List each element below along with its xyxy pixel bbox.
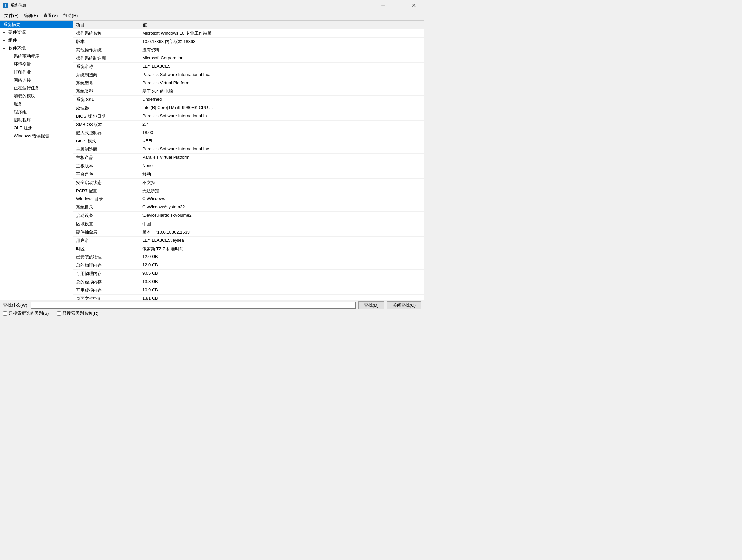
- window-title: 系统信息: [10, 3, 376, 8]
- cell-val-27: 12.0 GB: [140, 253, 424, 262]
- sidebar-label-2: 组件: [8, 38, 17, 43]
- checkbox-name-label: 只搜索类别名称(R): [62, 311, 99, 317]
- menu-item-帮助H[interactable]: 帮助(H): [60, 12, 80, 19]
- table-row[interactable]: 可用虚拟内存10.9 GB: [73, 286, 424, 294]
- table-row[interactable]: BIOS 模式UEFI: [73, 137, 424, 146]
- sidebar: 系统摘要+硬件资源+组件−软件环境系统驱动程序环境变量打印作业网络连接正在运行任…: [0, 20, 73, 299]
- table-row[interactable]: 主板版本None: [73, 162, 424, 170]
- sidebar-item-12[interactable]: 启动程序: [0, 116, 73, 124]
- content-pane: 项目 值 操作系统名称Microsoft Windows 10 专业工作站版版本…: [73, 20, 424, 299]
- table-row[interactable]: 页面文件空间1.81 GB: [73, 294, 424, 300]
- table-row[interactable]: 时区俄罗斯 TZ 7 标准时间: [73, 245, 424, 253]
- cell-val-9: Intel(R) Core(TM) i9-9980HK CPU ...: [140, 104, 424, 112]
- table-row[interactable]: 用户名LEYILEA3CE5\leyilea: [73, 237, 424, 245]
- search-input[interactable]: [31, 301, 356, 309]
- table-row[interactable]: 处理器Intel(R) Core(TM) i9-9980HK CPU ...: [73, 104, 424, 112]
- table-row[interactable]: 启动设备\Device\HarddiskVolume2: [73, 212, 424, 220]
- sidebar-item-0[interactable]: 系统摘要: [0, 20, 73, 29]
- table-row[interactable]: 系统名称LEYILEA3CE5: [73, 63, 424, 71]
- table-row[interactable]: 其他操作系统...没有资料: [73, 46, 424, 54]
- sidebar-item-6[interactable]: 打印作业: [0, 68, 73, 76]
- table-row[interactable]: SMBIOS 版本2.7: [73, 121, 424, 129]
- cell-key-31: 可用虚拟内存: [73, 286, 140, 294]
- table-row[interactable]: 系统类型基于 x64 的电脑: [73, 88, 424, 96]
- info-table: 项目 值 操作系统名称Microsoft Windows 10 专业工作站版版本…: [73, 20, 424, 299]
- table-row[interactable]: 操作系统名称Microsoft Windows 10 专业工作站版: [73, 30, 424, 38]
- table-row[interactable]: 系统制造商Parallels Software International In…: [73, 71, 424, 79]
- cell-key-12: 嵌入式控制器...: [73, 129, 140, 137]
- sidebar-item-2[interactable]: +组件: [0, 37, 73, 44]
- table-row[interactable]: 主板制造商Parallels Software International In…: [73, 146, 424, 154]
- sidebar-label-11: 程序组: [14, 109, 26, 115]
- table-row[interactable]: BIOS 版本/日期Parallels Software Internation…: [73, 112, 424, 121]
- sidebar-label-4: 系统驱动程序: [14, 53, 40, 59]
- table-row[interactable]: 区域设置中国: [73, 220, 424, 228]
- cell-val-4: LEYILEA3CE5: [140, 63, 424, 71]
- checkbox-item-name[interactable]: 只搜索类别名称(R): [57, 311, 99, 317]
- sidebar-item-4[interactable]: 系统驱动程序: [0, 52, 73, 60]
- sidebar-label-12: 启动程序: [14, 117, 31, 123]
- table-row[interactable]: Windows 目录C:\Windows: [73, 195, 424, 204]
- sidebar-item-10[interactable]: 服务: [0, 100, 73, 108]
- cell-val-29: 9.05 GB: [140, 270, 424, 278]
- cell-val-2: 没有资料: [140, 46, 424, 54]
- sidebar-item-9[interactable]: 加载的模块: [0, 92, 73, 100]
- table-row[interactable]: 操作系统制造商Microsoft Corporation: [73, 54, 424, 63]
- cell-key-21: 系统目录: [73, 204, 140, 212]
- expand-icon-2: +: [3, 39, 7, 42]
- cell-key-3: 操作系统制造商: [73, 54, 140, 63]
- cell-val-0: Microsoft Windows 10 专业工作站版: [140, 30, 424, 38]
- table-row[interactable]: 系统目录C:\Windows\system32: [73, 204, 424, 212]
- menu-item-编辑E[interactable]: 编辑(E): [21, 12, 41, 19]
- sidebar-item-7[interactable]: 网络连接: [0, 76, 73, 84]
- table-row[interactable]: 版本10.0.18363 内部版本 18363: [73, 38, 424, 46]
- cell-val-1: 10.0.18363 内部版本 18363: [140, 38, 424, 46]
- table-row[interactable]: 安全启动状态不支持: [73, 179, 424, 187]
- table-row[interactable]: PCR7 配置无法绑定: [73, 187, 424, 195]
- cell-key-19: PCR7 配置: [73, 187, 140, 195]
- sidebar-item-1[interactable]: +硬件资源: [0, 29, 73, 37]
- cell-val-22: \Device\HarddiskVolume2: [140, 212, 424, 220]
- minimize-button[interactable]: ─: [376, 0, 391, 11]
- sidebar-item-13[interactable]: OLE 注册: [0, 124, 73, 132]
- cell-key-23: 区域设置: [73, 220, 140, 228]
- checkbox-row: 只搜索所选的类别(S) 只搜索类别名称(R): [3, 311, 421, 317]
- menu-item-文件F[interactable]: 文件(F): [2, 12, 21, 19]
- checkbox-item-category[interactable]: 只搜索所选的类别(S): [3, 311, 49, 317]
- sidebar-item-11[interactable]: 程序组: [0, 108, 73, 116]
- table-row[interactable]: 硬件抽象层版本 = "10.0.18362.1533": [73, 228, 424, 237]
- cell-key-9: 处理器: [73, 104, 140, 112]
- table-row[interactable]: 系统型号Parallels Virtual Platform: [73, 79, 424, 88]
- maximize-button[interactable]: □: [391, 0, 406, 11]
- sidebar-item-8[interactable]: 正在运行任务: [0, 84, 73, 92]
- checkbox-name[interactable]: [57, 312, 61, 316]
- expand-icon-3: −: [3, 46, 7, 50]
- table-row[interactable]: 嵌入式控制器...18.00: [73, 129, 424, 137]
- cell-key-17: 平台角色: [73, 170, 140, 179]
- window-controls: ─ □ ✕: [376, 0, 421, 11]
- sidebar-item-5[interactable]: 环境变量: [0, 60, 73, 68]
- cell-val-31: 10.9 GB: [140, 286, 424, 294]
- table-row[interactable]: 主板产品Parallels Virtual Platform: [73, 154, 424, 162]
- table-row[interactable]: 系统 SKUUndefined: [73, 96, 424, 104]
- bottom-bar: 查找什么(W): 查找(D) 关闭查找(C) 只搜索所选的类别(S) 只搜索类别…: [0, 299, 424, 318]
- sidebar-item-14[interactable]: Windows 错误报告: [0, 132, 73, 140]
- table-row[interactable]: 平台角色移动: [73, 170, 424, 179]
- cell-key-27: 已安装的物理...: [73, 253, 140, 262]
- menu-item-查看V[interactable]: 查看(V): [41, 12, 60, 19]
- close-button[interactable]: ✕: [406, 0, 421, 11]
- close-find-button[interactable]: 关闭查找(C): [387, 301, 421, 309]
- cell-val-28: 12.0 GB: [140, 262, 424, 270]
- cell-val-6: Parallels Virtual Platform: [140, 79, 424, 88]
- table-row[interactable]: 可用物理内存9.05 GB: [73, 270, 424, 278]
- cell-val-21: C:\Windows\system32: [140, 204, 424, 212]
- table-row[interactable]: 已安装的物理...12.0 GB: [73, 253, 424, 262]
- checkbox-category[interactable]: [3, 312, 7, 316]
- find-button[interactable]: 查找(D): [358, 301, 384, 309]
- cell-key-10: BIOS 版本/日期: [73, 112, 140, 121]
- cell-key-13: BIOS 模式: [73, 137, 140, 146]
- sidebar-item-3[interactable]: −软件环境: [0, 44, 73, 52]
- cell-val-13: UEFI: [140, 137, 424, 146]
- table-row[interactable]: 总的物理内存12.0 GB: [73, 262, 424, 270]
- table-row[interactable]: 总的虚拟内存13.8 GB: [73, 278, 424, 286]
